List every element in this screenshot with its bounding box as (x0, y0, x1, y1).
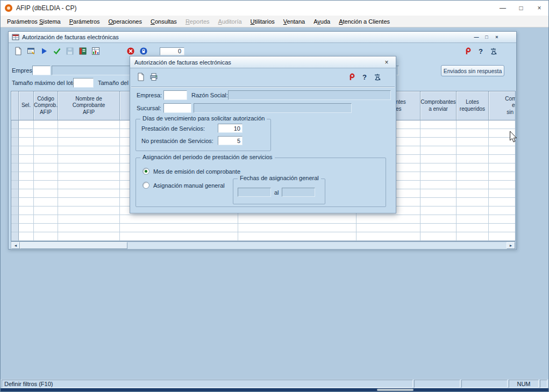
enviados-sin-respuesta-button[interactable]: Enviados sin respuesta (441, 65, 504, 76)
table-row[interactable] (11, 224, 515, 232)
table-cell (58, 198, 120, 206)
table-cell (238, 215, 357, 224)
menu-item-parametros[interactable]: Parámetros (65, 17, 104, 26)
sucursal-input[interactable] (163, 103, 191, 113)
table-cell (58, 232, 120, 241)
column-header-0[interactable] (11, 91, 19, 120)
table-cell (19, 120, 34, 129)
table-cell (19, 172, 34, 181)
table-cell (489, 181, 515, 189)
run-button[interactable] (38, 46, 51, 56)
authorized-status-button[interactable] (137, 46, 150, 56)
menu-item-parametros-sistema[interactable]: Parámetros Sistema (3, 17, 65, 26)
scroll-left-icon: ◄ (14, 244, 18, 247)
menu-item-atencion-a-clientes[interactable]: Atención a Clientes (334, 17, 394, 26)
empresa-input[interactable] (32, 66, 51, 75)
menu-item-ventana[interactable]: Ventana (279, 17, 309, 26)
confirm-button[interactable] (51, 46, 63, 56)
table-cell (11, 163, 19, 172)
table-cell (489, 215, 515, 224)
table-cell (34, 155, 58, 163)
table-cell (120, 215, 238, 224)
table-cell (357, 215, 420, 224)
scrollbar-track[interactable] (20, 242, 507, 249)
catalog-button[interactable] (76, 46, 89, 56)
table-horizontal-scrollbar[interactable]: ◄ ► (11, 241, 516, 250)
menu-item-operaciones[interactable]: Operaciones (104, 17, 146, 26)
dialog-new-button[interactable] (134, 72, 147, 82)
child-restore-button[interactable]: □ (482, 34, 491, 41)
help-button[interactable]: ? (474, 46, 487, 56)
table-cell (457, 163, 489, 172)
sucursal-detail-field (194, 103, 352, 113)
dialog-close-button[interactable]: × (382, 58, 391, 67)
menu-item-auditoria: Auditoría (214, 17, 246, 26)
minimize-button[interactable]: — (494, 1, 512, 15)
table-cell (11, 120, 19, 129)
table-cell (34, 224, 58, 232)
cancel-status-button[interactable] (124, 46, 137, 56)
properties-button[interactable] (25, 46, 38, 56)
main-titlebar[interactable]: AFIP (dbELDIA - CP) — □ × (1, 1, 548, 16)
child-close-button[interactable]: × (493, 34, 501, 41)
table-cell (19, 181, 34, 189)
dialog-exit-button[interactable] (371, 72, 384, 82)
menu-item-reportes: Reportes (181, 17, 214, 26)
radio-mes-emision-label[interactable]: Mes de emisión del comprobante (153, 168, 240, 175)
table-row[interactable] (11, 215, 515, 224)
mouse-cursor (509, 131, 518, 144)
menu-item-ayuda[interactable]: Ayuda (309, 17, 334, 26)
dialog-help-button[interactable]: ? (358, 72, 371, 82)
child-minimize-button[interactable]: — (472, 34, 481, 41)
exit-button[interactable] (487, 46, 500, 56)
no-prestacion-input[interactable] (218, 136, 243, 145)
table-cell (420, 198, 457, 206)
catalog-book-icon (79, 47, 87, 55)
table-cell (120, 232, 238, 241)
column-header-comprobantes-enviados-sin-respuesta[interactable]: Comprobantes enviados sin respuesta (489, 91, 516, 120)
scroll-right-button[interactable]: ► (507, 242, 515, 249)
support-button[interactable] (461, 46, 474, 56)
table-row[interactable] (11, 232, 515, 241)
child-titlebar[interactable]: Autorización de facturas electrónicas — … (9, 32, 516, 43)
radio-asignacion-manual[interactable] (142, 182, 149, 189)
dialog-empresa-input[interactable] (163, 90, 187, 100)
table-cell (11, 155, 19, 163)
menu-item-consultas[interactable]: Consultas (146, 17, 181, 26)
new-button[interactable] (12, 46, 25, 56)
column-header-comprobantes-a-enviar[interactable]: Comprobantes a enviar (420, 91, 457, 120)
column-header-codigo-comprob-afip[interactable]: Código Comprob. AFIP (34, 91, 58, 120)
tamano-maximo-input[interactable] (73, 78, 94, 88)
table-cell (34, 189, 58, 198)
dialog-support-button[interactable] (345, 72, 358, 82)
lock-icon (139, 47, 148, 55)
maximize-button[interactable]: □ (512, 1, 530, 15)
fechas-group-title: Fechas de asignación general (238, 175, 321, 181)
radio-mes-emision[interactable] (142, 168, 149, 175)
table-cell (457, 155, 489, 163)
column-header-nombre-de-comprobante-afip[interactable]: Nombre de Comprobante AFIP (58, 91, 120, 120)
table-cell (420, 206, 457, 215)
table-cell (58, 155, 120, 163)
table-cell (34, 138, 58, 146)
menu-item-utilitarios[interactable]: Utilitarios (246, 17, 279, 26)
export-grid-button[interactable] (89, 46, 102, 56)
table-cell (11, 172, 19, 181)
main-window: AFIP (dbELDIA - CP) — □ × Parámetros Sis… (0, 0, 549, 392)
dialog-print-button[interactable] (147, 72, 160, 82)
phone-icon (464, 47, 472, 55)
status-message-panel: Definir filtros (F10) (2, 380, 413, 388)
prestacion-input[interactable] (218, 124, 243, 133)
table-cell (19, 232, 34, 241)
scroll-left-button[interactable]: ◄ (11, 242, 20, 249)
column-header-sel[interactable]: Sel. (19, 91, 34, 120)
close-icon: × (537, 4, 541, 12)
dialog-titlebar[interactable]: Autorización de facturas electrónicas × (130, 56, 396, 68)
table-cell (120, 224, 238, 232)
scrollbar-thumb[interactable] (20, 242, 127, 249)
radio-asignacion-manual-label[interactable]: Asignación manual general (153, 182, 225, 189)
close-button[interactable]: × (530, 1, 548, 15)
table-cell (19, 215, 34, 224)
table-cell (457, 215, 489, 224)
column-header-lotes-requeridos[interactable]: Lotes requeridos (457, 91, 489, 120)
